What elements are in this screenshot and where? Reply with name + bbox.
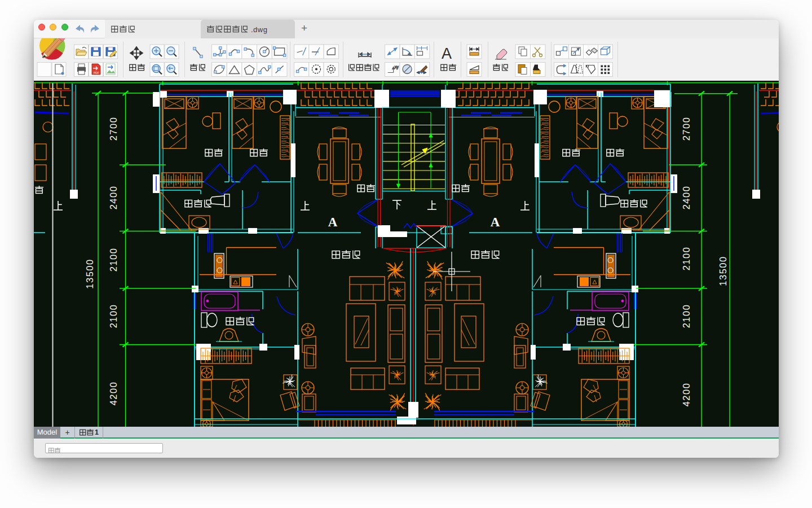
svg-text:A: A (328, 215, 338, 229)
svg-text:2400: 2400 (681, 186, 691, 210)
svg-text:2100: 2100 (108, 248, 118, 272)
svg-text:xy: xy (395, 65, 399, 69)
svg-text:A: A (491, 215, 500, 229)
svg-text:2100: 2100 (681, 247, 691, 271)
svg-text:2400: 2400 (108, 186, 118, 210)
svg-text:13500: 13500 (718, 256, 728, 286)
svg-text:2100: 2100 (681, 304, 691, 329)
svg-text:A: A (442, 45, 452, 62)
svg-text:4200: 4200 (108, 382, 118, 406)
svg-text:2700: 2700 (108, 117, 118, 141)
svg-text:2700: 2700 (681, 117, 691, 141)
svg-text:2100: 2100 (108, 304, 118, 329)
svg-text:13500: 13500 (85, 259, 95, 288)
svg-text:4200: 4200 (681, 383, 691, 407)
svg-text:PDF: PDF (94, 71, 99, 75)
